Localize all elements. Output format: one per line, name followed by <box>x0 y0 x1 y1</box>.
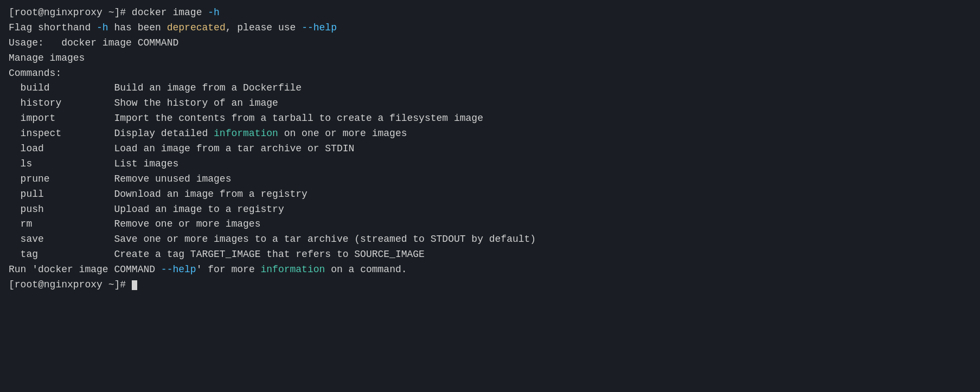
terminal-text: pull Download an image from a registry <box>9 189 308 200</box>
terminal-line-cmd-tag: tag Create a tag TARGET_IMAGE that refer… <box>9 247 971 262</box>
terminal-text: -h <box>97 22 108 33</box>
terminal-text: prune Remove unused images <box>9 173 231 184</box>
terminal-text: ' for more <box>196 264 261 275</box>
terminal-line-commands-header: Commands: <box>9 66 971 81</box>
terminal-line-cmd-inspect: inspect Display detailed information on … <box>9 126 971 142</box>
terminal-text: [root@nginxproxy ~]# <box>9 279 132 290</box>
terminal-text: Commands: <box>9 68 61 79</box>
terminal-line-final-prompt: [root@nginxproxy ~]# <box>9 278 971 293</box>
terminal-line-cmd-import: import Import the contents from a tarbal… <box>9 111 971 126</box>
terminal-text: Manage images <box>9 53 85 63</box>
terminal-line-cmd-history: history Show the history of an image <box>9 96 971 111</box>
terminal-text: has been <box>108 22 167 33</box>
terminal-text: load Load an image from a tar archive or… <box>9 143 354 154</box>
terminal-text: deprecated <box>167 22 226 33</box>
terminal: [root@nginxproxy ~]# docker image -hFlag… <box>9 5 971 293</box>
terminal-text: build Build an image from a Dockerfile <box>9 82 302 93</box>
terminal-text: ls List images <box>9 158 178 169</box>
terminal-line-cmd-pull: pull Download an image from a registry <box>9 187 971 202</box>
terminal-line-run-help: Run 'docker image COMMAND --help' for mo… <box>9 262 971 278</box>
terminal-text: on a command. <box>325 264 407 275</box>
terminal-text: , please use <box>226 22 302 33</box>
terminal-line-cmd-build: build Build an image from a Dockerfile <box>9 81 971 96</box>
terminal-text: --help <box>161 264 196 275</box>
terminal-line-manage: Manage images <box>9 51 971 66</box>
terminal-line-cmd-push: push Upload an image to a registry <box>9 202 971 217</box>
terminal-text: -h <box>208 7 220 18</box>
terminal-text: Run 'docker image COMMAND <box>9 264 161 275</box>
terminal-text: information <box>214 128 278 139</box>
terminal-line-cmd-ls: ls List images <box>9 157 971 172</box>
terminal-line-flag-deprecated: Flag shorthand -h has been deprecated, p… <box>9 21 971 36</box>
terminal-line-cmd-save: save Save one or more images to a tar ar… <box>9 232 971 247</box>
terminal-text: push Upload an image to a registry <box>9 204 284 215</box>
terminal-text: import Import the contents from a tarbal… <box>9 113 483 124</box>
terminal-line-cmd-prune: prune Remove unused images <box>9 172 971 187</box>
terminal-line-cmd-line: [root@nginxproxy ~]# docker image -h <box>9 5 971 21</box>
terminal-text: Flag shorthand <box>9 22 97 33</box>
terminal-line-cmd-load: load Load an image from a tar archive or… <box>9 142 971 157</box>
terminal-text: [root@nginxproxy ~]# <box>9 7 132 18</box>
cursor <box>132 280 137 290</box>
terminal-text: inspect Display detailed <box>9 128 214 139</box>
terminal-text: on one or more images <box>278 128 407 139</box>
terminal-text: --help <box>302 22 337 33</box>
terminal-text: rm Remove one or more images <box>9 219 260 229</box>
terminal-line-usage: Usage: docker image COMMAND <box>9 36 971 51</box>
terminal-line-cmd-rm: rm Remove one or more images <box>9 217 971 232</box>
terminal-text: save Save one or more images to a tar ar… <box>9 234 536 245</box>
terminal-text: Usage: docker image COMMAND <box>9 37 178 48</box>
terminal-text: tag Create a tag TARGET_IMAGE that refer… <box>9 249 425 260</box>
terminal-text: docker image <box>132 7 208 18</box>
terminal-text: information <box>261 264 325 275</box>
terminal-text: history Show the history of an image <box>9 98 278 108</box>
